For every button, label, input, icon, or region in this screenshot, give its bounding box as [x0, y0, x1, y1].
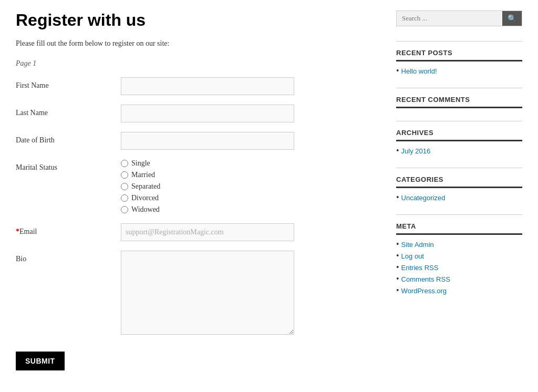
sidebar-link-4-2[interactable]: Entries RSS — [401, 264, 439, 272]
search-icon: 🔍 — [508, 14, 516, 23]
email-row: *Email — [16, 223, 375, 241]
radio-widowed[interactable] — [121, 206, 128, 213]
search-input[interactable] — [397, 11, 502, 26]
marital-radio-item[interactable]: Divorced — [121, 194, 375, 202]
sidebar-section-title-4: META — [396, 222, 522, 235]
main-content: Register with us Please fill out the for… — [16, 11, 375, 370]
marital-radio-item[interactable]: Single — [121, 159, 375, 168]
first-name-input[interactable] — [121, 77, 294, 95]
marital-radio-item[interactable]: Widowed — [121, 205, 375, 214]
registration-form: Page 1 First Name Last Name Date of Birt… — [16, 59, 375, 370]
sidebar: 🔍 RECENT POSTSHello world!RECENT COMMENT… — [396, 11, 522, 370]
radio-single[interactable] — [121, 160, 128, 167]
list-item: Hello world! — [396, 67, 522, 75]
marital-radio-item[interactable]: Married — [121, 171, 375, 179]
dob-input[interactable] — [121, 132, 294, 150]
dob-field — [121, 132, 375, 150]
sidebar-section-title-1: RECENT COMMENTS — [396, 96, 522, 108]
bio-field — [121, 251, 375, 337]
email-input[interactable] — [121, 223, 294, 241]
sidebar-link-0-0[interactable]: Hello world! — [401, 67, 437, 75]
bio-row: Bio — [16, 251, 375, 337]
sidebar-link-4-1[interactable]: Log out — [401, 252, 424, 260]
list-item: July 2016 — [396, 147, 522, 155]
sidebar-divider — [396, 41, 522, 42]
page-title: Register with us — [16, 11, 375, 30]
sidebar-link-2-0[interactable]: July 2016 — [401, 147, 431, 155]
last-name-row: Last Name — [16, 105, 375, 122]
dob-row: Date of Birth — [16, 132, 375, 150]
sidebar-section-0: RECENT POSTSHello world! — [396, 41, 522, 75]
last-name-label: Last Name — [16, 105, 121, 117]
sidebar-section-4: METASite AdminLog outEntries RSSComments… — [396, 214, 522, 295]
sidebar-section-title-0: RECENT POSTS — [396, 49, 522, 61]
sidebar-link-4-0[interactable]: Site Admin — [401, 241, 434, 249]
list-item: Entries RSS — [396, 263, 522, 272]
search-button[interactable]: 🔍 — [502, 11, 522, 26]
page-wrapper: Register with us Please fill out the for… — [0, 0, 538, 381]
sidebar-list-0: Hello world! — [396, 67, 522, 75]
sidebar-link-3-0[interactable]: Uncategorized — [401, 194, 446, 202]
email-label: *Email — [16, 223, 121, 236]
sidebar-divider — [396, 121, 522, 121]
radio-married[interactable] — [121, 171, 128, 179]
bio-textarea[interactable] — [121, 251, 294, 335]
list-item: Log out — [396, 252, 522, 260]
marital-status-label: Marital Status — [16, 159, 121, 172]
marital-status-field: SingleMarriedSeparatedDivorcedWidowed — [121, 159, 375, 214]
list-item: Site Admin — [396, 240, 522, 249]
first-name-label: First Name — [16, 77, 121, 90]
sidebar-section-title-2: ARCHIVES — [396, 129, 522, 141]
search-box: 🔍 — [396, 11, 522, 26]
bio-label: Bio — [16, 251, 121, 263]
sidebar-section-2: ARCHIVESJuly 2016 — [396, 121, 522, 155]
list-item: WordPress.org — [396, 286, 522, 295]
sidebar-section-1: RECENT COMMENTS — [396, 88, 522, 108]
marital-status-row: Marital Status SingleMarriedSeparatedDiv… — [16, 159, 375, 214]
marital-radio-group: SingleMarriedSeparatedDivorcedWidowed — [121, 159, 375, 214]
sidebar-divider — [396, 214, 522, 215]
marital-radio-item[interactable]: Separated — [121, 182, 375, 191]
sidebar-list-3: Uncategorized — [396, 193, 522, 202]
list-item: Uncategorized — [396, 193, 522, 202]
radio-separated[interactable] — [121, 183, 128, 190]
form-page-label: Page 1 — [16, 59, 375, 68]
sidebar-section-title-3: CATEGORIES — [396, 176, 522, 188]
sidebar-list-4: Site AdminLog outEntries RSSComments RSS… — [396, 240, 522, 295]
last-name-field — [121, 105, 375, 122]
list-item: Comments RSS — [396, 275, 522, 283]
last-name-input[interactable] — [121, 105, 294, 122]
dob-label: Date of Birth — [16, 132, 121, 145]
sidebar-section-3: CATEGORIESUncategorized — [396, 168, 522, 202]
first-name-row: First Name — [16, 77, 375, 95]
sidebar-divider — [396, 88, 522, 88]
sidebar-divider — [396, 168, 522, 168]
email-field — [121, 223, 375, 241]
sidebar-list-2: July 2016 — [396, 147, 522, 155]
submit-button[interactable]: SUBMIT — [16, 352, 65, 370]
sidebar-sections: RECENT POSTSHello world!RECENT COMMENTSA… — [396, 41, 522, 295]
submit-row: SUBMIT — [16, 346, 375, 370]
email-required-star: * — [16, 228, 19, 235]
first-name-field — [121, 77, 375, 95]
sidebar-link-4-4[interactable]: WordPress.org — [401, 287, 447, 295]
form-intro: Please fill out the form below to regist… — [16, 39, 375, 48]
radio-divorced[interactable] — [121, 194, 128, 202]
sidebar-link-4-3[interactable]: Comments RSS — [401, 275, 450, 283]
